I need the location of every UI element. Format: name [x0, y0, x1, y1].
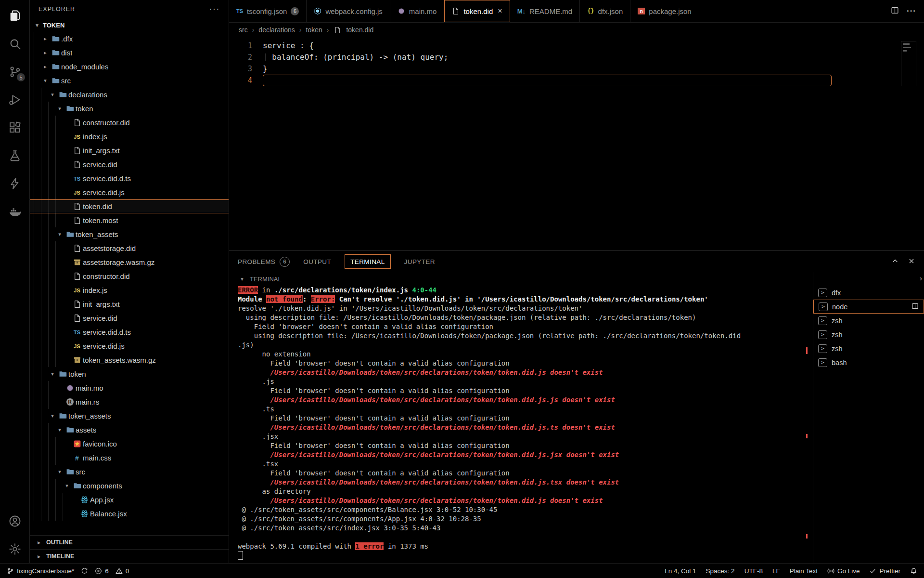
terminal-instance-bash[interactable]: >bash — [813, 355, 924, 369]
terminal-instance-zsh[interactable]: >zsh — [813, 314, 924, 328]
tree-item-init_args.txt[interactable]: init_args.txt — [30, 297, 229, 311]
panel-tab-problems[interactable]: PROBLEMS6 — [238, 255, 290, 268]
tree-item-assets[interactable]: ▾assets — [30, 423, 229, 437]
minimap[interactable] — [901, 41, 916, 86]
panel-tab-terminal[interactable]: TERMINAL — [345, 254, 390, 269]
tree-item-favicon.ico[interactable]: favicon.ico — [30, 437, 229, 451]
activity-extensions[interactable] — [0, 114, 29, 142]
status-go-live[interactable]: Go Live — [827, 567, 860, 575]
tree-item-declarations[interactable]: ▾declarations — [30, 88, 229, 102]
tab-README.md[interactable]: M↓README.md — [510, 0, 580, 22]
tree-item-node_modules[interactable]: ▸node_modules — [30, 60, 229, 74]
status-cursor-position[interactable]: Ln 4, Col 1 — [665, 567, 696, 575]
code-line[interactable]: 2 balanceOf: (principal) -> (nat) query; — [229, 52, 924, 63]
breadcrumb-item[interactable]: token — [306, 26, 322, 34]
tab-package.json[interactable]: npackage.json — [630, 0, 699, 22]
status-prettier[interactable]: Prettier — [869, 567, 900, 575]
tree-item-token_assets.wasm.gz[interactable]: token_assets.wasm.gz — [30, 353, 229, 367]
outline-section[interactable]: ▸ OUTLINE — [30, 536, 229, 549]
status-errors[interactable]: 6 — [95, 567, 109, 575]
tree-item-assetstorage.wasm.gz[interactable]: assetstorage.wasm.gz — [30, 255, 229, 269]
tree-item-token[interactable]: ▾token — [30, 102, 229, 116]
tree-item-main.rs[interactable]: Rmain.rs — [30, 395, 229, 409]
tree-item-dist[interactable]: ▸dist — [30, 46, 229, 60]
tree-item-components[interactable]: ▾components — [30, 479, 229, 493]
tree-item-constructor.did[interactable]: constructor.did — [30, 269, 229, 283]
tab-webpack.config.js[interactable]: webpack.config.js — [307, 0, 390, 22]
status-sync-changes[interactable] — [81, 567, 88, 575]
tree-item-service.did.js[interactable]: JSservice.did.js — [30, 339, 229, 353]
terminal-section-label[interactable]: ▾ TERMINAL — [238, 272, 813, 286]
tree-item-token.most[interactable]: token.most — [30, 213, 229, 227]
activity-docker[interactable] — [0, 197, 29, 225]
section-header-token[interactable]: ▾ TOKEN — [30, 18, 229, 32]
status-eol[interactable]: LF — [772, 567, 780, 575]
tree-item-main.mo[interactable]: main.mo — [30, 381, 229, 395]
status-git-branch[interactable]: fixingCanisterIssue* — [7, 567, 74, 575]
activity-accounts[interactable] — [0, 507, 29, 535]
tree-item-service.did[interactable]: service.did — [30, 311, 229, 325]
tree-item-.dfx[interactable]: ▸.dfx — [30, 32, 229, 46]
tree-item-index.js[interactable]: JSindex.js — [30, 130, 229, 144]
panel-collapse-button[interactable] — [891, 257, 899, 266]
tree-item-constructor.did[interactable]: constructor.did — [30, 116, 229, 130]
indent-guide — [41, 311, 48, 325]
breadcrumb-item-file[interactable]: token.did — [346, 26, 373, 34]
panel-tab-jupyter[interactable]: JUPYTER — [404, 255, 435, 268]
tree-item-init_args.txt[interactable]: init_args.txt — [30, 144, 229, 158]
status-language-mode[interactable]: Plain Text — [790, 567, 818, 575]
tab-token.did[interactable]: token.did× — [444, 0, 510, 22]
tree-item-token.did[interactable]: token.did — [30, 199, 229, 213]
activity-source-control[interactable]: 5 — [0, 58, 29, 86]
tab-tsconfig.json[interactable]: TStsconfig.json6 — [229, 0, 307, 22]
status-notifications[interactable] — [910, 567, 917, 575]
tab-dfx.json[interactable]: {}dfx.json — [580, 0, 630, 22]
split-editor-button[interactable] — [891, 6, 899, 16]
activity-settings[interactable] — [0, 535, 29, 563]
timeline-section[interactable]: ▸ TIMELINE — [30, 549, 229, 563]
terminal-instance-node[interactable]: >node — [813, 300, 924, 314]
breadcrumb-item[interactable]: declarations — [258, 26, 295, 34]
activity-thunder-client[interactable] — [0, 170, 29, 197]
tree-item-service.did.d.ts[interactable]: TSservice.did.d.ts — [30, 171, 229, 185]
sidebar-more-icon[interactable]: ··· — [209, 5, 220, 13]
terminal-output[interactable]: ERROR in ./src/declarations/token/index.… — [238, 286, 813, 563]
panel-tab-output[interactable]: OUTPUT — [303, 255, 331, 268]
terminal-instance-dfx[interactable]: >dfx — [813, 286, 924, 300]
tab-main.mo[interactable]: main.mo — [390, 0, 445, 22]
tree-item-assetstorage.did[interactable]: assetstorage.did — [30, 241, 229, 255]
tree-item-index.js[interactable]: JSindex.js — [30, 283, 229, 297]
tree-item-service.did[interactable]: service.did — [30, 158, 229, 171]
tree-item-src[interactable]: ▾src — [30, 74, 229, 88]
status-warnings[interactable]: 0 — [116, 567, 129, 575]
activity-run-debug[interactable] — [0, 86, 29, 114]
tree-item-token_assets[interactable]: ▾token_assets — [30, 227, 229, 241]
status-indentation[interactable]: Spaces: 2 — [706, 567, 735, 575]
code-line[interactable]: 4 — [229, 75, 924, 86]
activity-explorer[interactable] — [0, 2, 29, 30]
more-actions-button[interactable]: ··· — [907, 6, 916, 16]
tree-item-main.css[interactable]: #main.css — [30, 451, 229, 465]
activity-search[interactable] — [0, 30, 29, 58]
tree-item-token[interactable]: ▾token — [30, 367, 229, 381]
terminal-instance-zsh[interactable]: >zsh — [813, 328, 924, 342]
terminal-instance-zsh[interactable]: >zsh — [813, 342, 924, 355]
split-terminal-button[interactable] — [911, 302, 919, 311]
panel-close-button[interactable] — [908, 257, 915, 266]
tree-item-service.did.js[interactable]: JSservice.did.js — [30, 185, 229, 199]
tree-item-src[interactable]: ▾src — [30, 465, 229, 479]
close-icon[interactable]: × — [498, 7, 502, 15]
status-encoding[interactable]: UTF-8 — [744, 567, 763, 575]
tree-item-service.did.d.ts[interactable]: TSservice.did.d.ts — [30, 325, 229, 339]
breadcrumb-item[interactable]: src — [239, 26, 248, 34]
sync-icon — [81, 567, 88, 575]
tree-item-App.jsx[interactable]: App.jsx — [30, 493, 229, 507]
panel-expand-icon[interactable]: › — [920, 274, 922, 282]
activity-testing[interactable] — [0, 142, 29, 170]
code-line[interactable]: 1service : { — [229, 40, 924, 52]
panel-tab-label: TERMINAL — [350, 258, 385, 265]
tree-item-Balance.jsx[interactable]: Balance.jsx — [30, 507, 229, 521]
code-line[interactable]: 3} — [229, 63, 924, 75]
editor[interactable]: 1service : {2 balanceOf: (principal) -> … — [229, 37, 924, 250]
tree-item-token_assets[interactable]: ▾token_assets — [30, 409, 229, 423]
